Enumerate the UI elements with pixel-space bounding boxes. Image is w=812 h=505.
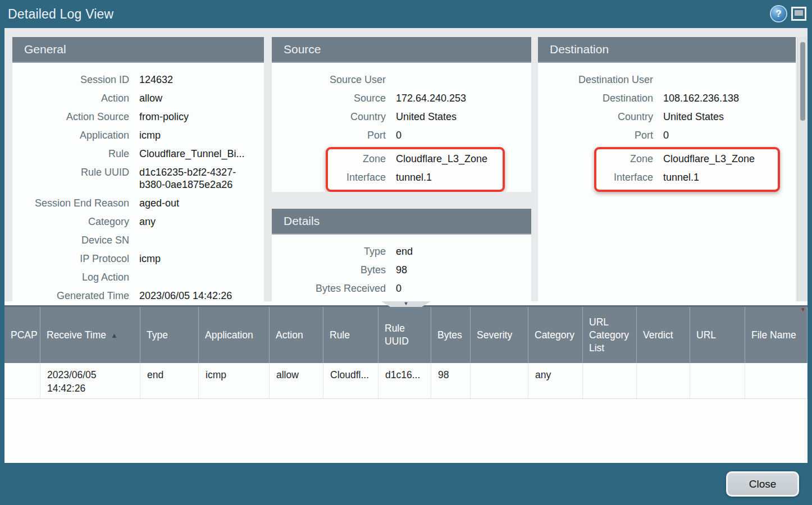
log-table-cell	[745, 363, 808, 398]
column-header-application[interactable]: Application	[199, 307, 270, 363]
scrollbar-thumb[interactable]	[800, 42, 805, 121]
column-header-label: File Name	[751, 329, 796, 342]
detail-row-label: Zone	[596, 153, 653, 165]
detail-row: Session ID124632	[12, 72, 264, 90]
column-header-file-name[interactable]: File Name	[745, 307, 808, 363]
log-table: PCAPReceive Time▲TypeApplicationActionRu…	[4, 307, 808, 463]
column-header-label: Severity	[477, 329, 512, 342]
log-table-cell: icmp	[199, 363, 270, 398]
highlight-annotation-box: ZoneCloudflare_L3_ZoneInterfacetunnel.1	[326, 147, 505, 192]
detail-row: RuleCloudflare_Tunnel_Bi...	[12, 146, 264, 164]
detail-row-label: Bytes	[272, 264, 386, 276]
column-header-rule[interactable]: Rule	[323, 307, 378, 363]
column-header-label: Rule UUID	[385, 322, 426, 348]
log-table-cell: 98	[431, 363, 471, 398]
detail-row-value: icmp	[139, 252, 168, 265]
detail-row: Rule UUIDd1c16235-b2f2-4327-b380-0ae1875…	[12, 164, 264, 195]
detail-row-label: Country	[538, 111, 653, 123]
detail-row: Bytes Received0	[272, 281, 531, 299]
detail-row-value: United States	[663, 111, 732, 123]
log-table-cell	[4, 363, 40, 398]
detail-row-value: 0	[396, 282, 409, 295]
column-header-label: Rule	[330, 329, 350, 342]
column-header-label: PCAP	[11, 329, 38, 342]
column-header-label: Receive Time	[47, 329, 106, 342]
detail-row-label: Category	[12, 215, 129, 228]
detail-row-value: 172.64.240.253	[396, 92, 474, 104]
column-header-label: Bytes	[437, 329, 462, 342]
help-icon[interactable]: ?	[771, 6, 786, 21]
detail-row-label: Log Action	[12, 271, 129, 283]
detail-row-label: Port	[538, 129, 653, 141]
source-panel-title: Source	[272, 37, 531, 63]
vertical-scrollbar[interactable]	[797, 37, 807, 301]
detail-row-value: 0	[396, 129, 409, 141]
detail-row: Destination User	[538, 72, 796, 90]
log-table-cell: any	[528, 363, 583, 398]
detail-row-label: Session ID	[12, 74, 129, 86]
column-header-bytes[interactable]: Bytes	[431, 307, 471, 363]
highlight-annotation-box: ZoneCloudflare_L3_ZoneInterfacetunnel.1	[594, 147, 780, 192]
maximize-window-icon[interactable]	[791, 7, 806, 21]
detail-row: Categoryany	[12, 214, 264, 232]
detail-row: CountryUnited States	[538, 109, 796, 127]
dialog-titlebar: Detailed Log View ?	[0, 0, 812, 28]
detail-row-value: end	[396, 245, 421, 258]
column-header-url[interactable]: URL	[690, 307, 745, 363]
general-panel-rows: Session ID124632ActionallowAction Source…	[12, 63, 264, 301]
detail-row: Actionallow	[12, 90, 264, 109]
detail-row-label: Interface	[328, 171, 386, 183]
detail-row-label: Session End Reason	[12, 197, 129, 209]
detail-row-label: Generated Time	[12, 290, 129, 301]
log-table-row[interactable]: 2023/06/05 14:42:26endicmpallowCloudfl..…	[4, 363, 808, 399]
column-header-url-category-list[interactable]: URL Category List	[583, 307, 637, 363]
sort-ascending-icon: ▲	[111, 329, 118, 342]
detail-row: ZoneCloudflare_L3_Zone	[596, 151, 778, 169]
general-panel: General Session ID124632ActionallowActio…	[12, 37, 264, 301]
detail-row-value: Cloudflare_L3_Zone	[396, 153, 495, 165]
detail-row-value: 108.162.236.138	[663, 92, 747, 104]
log-table-header: PCAPReceive Time▲TypeApplicationActionRu…	[4, 307, 808, 363]
close-button[interactable]: Close	[726, 471, 799, 497]
detail-row: Destination108.162.236.138	[538, 90, 796, 109]
detail-row-label: Rule	[12, 148, 129, 160]
detail-row-value: tunnel.1	[396, 171, 440, 183]
source-panel: Source Source UserSource172.64.240.253Co…	[272, 37, 531, 192]
column-header-type[interactable]: Type	[140, 307, 199, 363]
detail-row-label: Zone	[328, 153, 386, 165]
detail-row-label: Device SN	[12, 234, 129, 246]
log-table-cell: 2023/06/05 14:42:26	[40, 363, 140, 398]
detail-row: Typeend	[272, 244, 531, 262]
details-panel: Details TypeendBytes98Bytes Received0	[272, 209, 531, 301]
column-header-receive-time[interactable]: Receive Time▲	[40, 307, 140, 363]
log-table-cell: Cloudfl...	[323, 363, 378, 398]
column-header-label: Category	[535, 329, 574, 342]
log-table-cell	[583, 363, 637, 398]
detail-row-label: Country	[272, 111, 386, 123]
detail-row: Port0	[272, 127, 531, 146]
detail-row: Generated Time2023/06/05 14:42:26	[12, 288, 264, 301]
header-corner-marker-icon: ▼	[800, 307, 806, 313]
detail-row-label: Application	[12, 129, 129, 141]
column-header-verdict[interactable]: Verdict	[637, 307, 690, 363]
log-table-cell: d1c16...	[378, 363, 431, 398]
details-panel-rows: TypeendBytes98Bytes Received0	[272, 235, 531, 299]
column-header-category[interactable]: Category	[528, 307, 583, 363]
detail-row-label: Rule UUID	[12, 166, 129, 178]
detail-row: Log Action	[12, 269, 264, 288]
pane-splitter: ▼	[4, 301, 808, 307]
detail-row-label: Type	[272, 245, 386, 258]
detail-row: Bytes98	[272, 262, 531, 281]
detail-row: Session End Reasonaged-out	[12, 195, 264, 214]
log-table-cell	[471, 363, 528, 398]
detail-row-value: from-policy	[139, 111, 197, 123]
detail-row-value: Cloudflare_Tunnel_Bi...	[139, 148, 252, 160]
column-header-rule-uuid[interactable]: Rule UUID	[378, 307, 431, 363]
dialog-title: Detailed Log View	[8, 7, 113, 22]
log-detail-content: General Session ID124632ActionallowActio…	[4, 28, 808, 301]
detail-row: Device SN	[12, 232, 264, 251]
column-header-severity[interactable]: Severity	[471, 307, 528, 363]
column-header-pcap[interactable]: PCAP	[4, 307, 40, 363]
column-header-action[interactable]: Action	[270, 307, 323, 363]
detail-row-value: any	[139, 215, 163, 228]
